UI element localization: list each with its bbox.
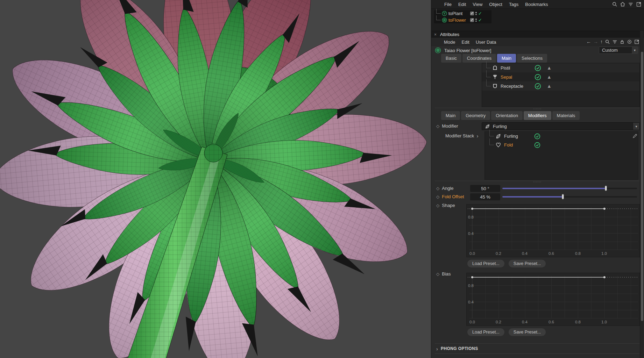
tab-selections[interactable]: Selections [517,54,547,63]
filter-icon[interactable] [612,39,617,44]
flower-object-icon [435,47,441,53]
list-item-label: Pistil [501,65,532,71]
attr-menu-edit[interactable]: Edit [462,40,469,45]
curve-point[interactable] [471,208,473,210]
attr-menu-mode[interactable]: Mode [444,40,455,45]
search-icon[interactable] [612,1,617,7]
slider-handle[interactable] [562,194,564,199]
tab-orientation[interactable]: Orientation [491,111,523,120]
panel-splitter[interactable]: ······ [435,108,640,111]
object-title: Taiao Flower [toFlower] [444,48,491,53]
curve-point[interactable] [471,276,473,278]
circle-check-icon[interactable] [535,83,541,90]
list-item-sepal[interactable]: Sepal ▲ [482,72,639,81]
curve-point[interactable] [603,208,606,210]
diamond-icon: ◇ [436,124,439,129]
stack-item-furling[interactable]: Furling [485,132,638,141]
menu-tags[interactable]: Tags [509,2,518,7]
triangle-icon[interactable]: ▲ [547,84,552,88]
enable-dots-icon[interactable] [475,12,477,15]
angle-label: Angle [442,186,453,191]
tab-coordinates[interactable]: Coordinates [462,54,496,63]
tab-basic[interactable]: Basic [441,54,461,63]
check-icon[interactable]: ✓ [478,11,482,16]
menu-edit[interactable]: Edit [458,2,466,7]
hamburger-icon[interactable] [436,40,438,45]
phong-options-section[interactable]: › PHONG OPTIONS [435,343,640,354]
panel-splitter[interactable]: ······ [435,181,640,184]
modifier-select-value: Furling [493,124,507,129]
object-name[interactable]: toFlower [448,17,469,23]
layer-toggle-icon[interactable] [470,12,474,15]
tree-branch [436,15,441,20]
curve-point[interactable] [603,276,606,278]
tab-main[interactable]: Main [497,54,516,63]
up-arrow-icon[interactable]: ↑ [600,39,603,44]
chevron-right-icon: › [436,346,438,351]
home-icon[interactable] [620,1,625,7]
filter-icon[interactable] [628,1,634,7]
shape-curve-editor[interactable]: 0.8 0.4 0.0 0.2 0.4 0.6 0.8 1.0 [466,204,640,257]
preset-dropdown[interactable]: Custom ▾ [599,46,638,54]
search-icon[interactable] [605,39,610,44]
tree-branch [486,79,491,86]
pistil-icon [492,65,498,71]
target-icon[interactable] [627,39,632,44]
enable-dots-icon[interactable] [475,19,477,22]
panel-expand-icon[interactable] [634,39,639,44]
stack-item-fold[interactable]: Fold [485,141,638,149]
object-name[interactable]: toPlant [448,11,469,16]
diamond-icon: ◇ [436,194,439,199]
tree-branch [489,138,494,145]
tab-modifiers[interactable]: Modifiers [524,111,551,120]
object-row-toplant[interactable]: toPlant ✓ [434,10,491,17]
chevron-right-icon[interactable]: › [476,133,478,138]
tree-branch [486,70,491,77]
hamburger-icon[interactable] [436,2,438,7]
angle-value-field[interactable]: 50 ° [470,185,500,192]
save-preset-button[interactable]: Save Preset... [509,260,546,267]
circle-check-icon[interactable] [535,74,541,80]
menu-file[interactable]: File [444,2,452,7]
slider-handle[interactable] [605,186,607,191]
lock-icon[interactable] [620,39,625,44]
x-tick: 0.8 [575,251,581,256]
chevron-down-icon[interactable]: ▾ [631,47,638,53]
object-row-toflower[interactable]: toFlower ✓ [434,17,491,23]
pencil-icon[interactable] [632,133,638,139]
panel-scrollbar[interactable] [640,31,644,358]
tab-main2[interactable]: Main [441,111,460,120]
circle-check-icon[interactable] [534,142,540,148]
forward-arrow-icon[interactable]: → [593,39,598,44]
check-icon[interactable]: ✓ [478,18,482,22]
list-item-receptacle[interactable]: Receptacle ▲ [482,81,639,91]
save-preset-button[interactable]: Save Preset... [509,328,546,336]
menu-view[interactable]: View [473,2,482,7]
fold-offset-slider[interactable] [502,193,637,200]
menu-bookmarks[interactable]: Bookmarks [525,2,548,7]
tab-geometry[interactable]: Geometry [461,111,490,120]
modifier-select[interactable]: Furling ▾ [482,122,640,130]
scrollbar-thumb[interactable] [641,52,643,321]
layer-toggle-icon[interactable] [470,18,474,22]
triangle-icon[interactable]: ▲ [547,74,552,79]
viewport-3d[interactable] [0,0,431,358]
bias-curve-editor[interactable]: 0.8 0.4 0.0 0.2 0.4 0.6 0.8 1.0 [466,273,640,326]
panel-expand-icon[interactable] [636,1,642,7]
attr-menu-userdata[interactable]: User Data [476,40,496,45]
load-preset-button[interactable]: Load Preset... [467,328,504,336]
circle-check-icon[interactable] [535,65,541,71]
list-item-pistil[interactable]: Pistil ▲ [482,63,639,72]
load-preset-button[interactable]: Load Preset... [467,260,504,267]
tab-materials[interactable]: Materials [552,111,580,120]
close-icon[interactable]: × [434,32,437,37]
fold-heart-icon [495,142,501,148]
triangle-icon[interactable]: ▲ [547,65,552,70]
angle-slider[interactable] [502,185,637,192]
back-arrow-icon[interactable]: ← [586,39,591,44]
circle-check-icon[interactable] [534,133,540,139]
sepal-icon [492,74,498,80]
chevron-down-icon[interactable]: ▾ [633,123,639,130]
menu-object[interactable]: Object [489,2,502,7]
fold-offset-value-field[interactable]: 45 % [470,193,500,200]
